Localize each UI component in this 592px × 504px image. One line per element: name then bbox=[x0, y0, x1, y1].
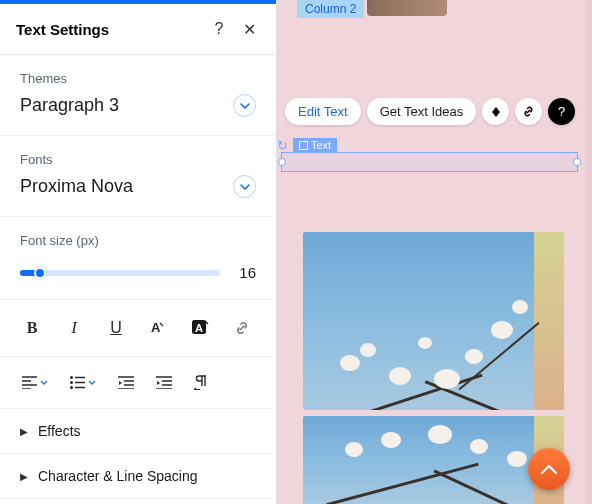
caret-right-icon: ▶ bbox=[20, 471, 28, 482]
align-dropdown[interactable] bbox=[22, 376, 48, 389]
outdent-button[interactable] bbox=[118, 376, 134, 389]
fontsize-value[interactable]: 16 bbox=[232, 264, 256, 281]
highlight-button[interactable]: A bbox=[190, 318, 210, 338]
bold-button[interactable]: B bbox=[22, 318, 42, 338]
themes-section: Themes Paragraph 3 bbox=[0, 55, 276, 136]
chevron-down-icon[interactable] bbox=[233, 94, 256, 117]
paragraph-format-row bbox=[0, 357, 276, 409]
chevron-down-icon[interactable] bbox=[233, 175, 256, 198]
help-circle-button[interactable]: ? bbox=[548, 98, 575, 125]
animation-button[interactable] bbox=[482, 98, 509, 125]
text-selection-box[interactable] bbox=[281, 152, 578, 172]
editor-canvas[interactable]: Column 2 Edit Text Get Text Ideas ? ↻ Te… bbox=[277, 0, 592, 504]
effects-label: Effects bbox=[38, 423, 81, 439]
italic-button[interactable]: I bbox=[64, 318, 84, 338]
text-color-button[interactable]: A bbox=[148, 318, 168, 338]
fontsize-section: Font size (px) 16 bbox=[0, 217, 276, 300]
themes-dropdown[interactable]: Paragraph 3 bbox=[20, 94, 256, 117]
spacing-label: Character & Line Spacing bbox=[38, 468, 198, 484]
get-text-ideas-button[interactable]: Get Text Ideas bbox=[367, 98, 477, 125]
link-circle-button[interactable] bbox=[515, 98, 542, 125]
element-type-tag: Text bbox=[293, 138, 337, 152]
caret-right-icon: ▶ bbox=[20, 426, 28, 437]
resize-handle-left[interactable] bbox=[278, 158, 286, 166]
scroll-top-fab[interactable] bbox=[528, 448, 570, 490]
svg-rect-5 bbox=[300, 141, 308, 149]
fonts-value: Proxima Nova bbox=[20, 176, 133, 197]
effects-section[interactable]: ▶ Effects bbox=[0, 409, 276, 454]
resize-handle-right[interactable] bbox=[573, 158, 581, 166]
fontsize-label: Font size (px) bbox=[20, 233, 256, 248]
text-direction-button[interactable] bbox=[194, 375, 208, 390]
element-type-label: Text bbox=[311, 139, 331, 151]
canvas-image[interactable] bbox=[303, 232, 564, 410]
scrollbar[interactable] bbox=[586, 0, 592, 504]
list-dropdown[interactable] bbox=[70, 376, 96, 389]
svg-point-4 bbox=[70, 386, 73, 389]
themes-label: Themes bbox=[20, 71, 256, 86]
svg-text:A: A bbox=[151, 320, 161, 335]
close-icon[interactable]: ✕ bbox=[238, 18, 260, 40]
underline-button[interactable]: U bbox=[106, 318, 126, 338]
spacing-section[interactable]: ▶ Character & Line Spacing bbox=[0, 454, 276, 499]
canvas-image[interactable] bbox=[303, 416, 564, 504]
fontsize-slider[interactable] bbox=[20, 270, 220, 276]
panel-header: Text Settings ? ✕ bbox=[0, 4, 276, 55]
help-icon[interactable]: ? bbox=[208, 18, 230, 40]
slider-thumb[interactable] bbox=[34, 267, 46, 279]
fonts-dropdown[interactable]: Proxima Nova bbox=[20, 175, 256, 198]
rotate-handle-icon[interactable]: ↻ bbox=[277, 138, 289, 152]
link-button[interactable] bbox=[232, 318, 252, 338]
svg-text:A: A bbox=[195, 322, 203, 334]
fonts-label: Fonts bbox=[20, 152, 256, 167]
fonts-section: Fonts Proxima Nova bbox=[0, 136, 276, 217]
svg-point-3 bbox=[70, 381, 73, 384]
column-label[interactable]: Column 2 bbox=[297, 0, 364, 18]
edit-text-button[interactable]: Edit Text bbox=[285, 98, 361, 125]
text-style-row: B I U A A bbox=[0, 300, 276, 357]
themes-value: Paragraph 3 bbox=[20, 95, 119, 116]
floating-toolbar: Edit Text Get Text Ideas ? bbox=[285, 98, 575, 125]
image-thumbnail[interactable] bbox=[367, 0, 447, 16]
panel-title: Text Settings bbox=[16, 21, 200, 38]
indent-button[interactable] bbox=[156, 376, 172, 389]
text-settings-panel: Text Settings ? ✕ Themes Paragraph 3 Fon… bbox=[0, 0, 277, 504]
svg-point-2 bbox=[70, 376, 73, 379]
